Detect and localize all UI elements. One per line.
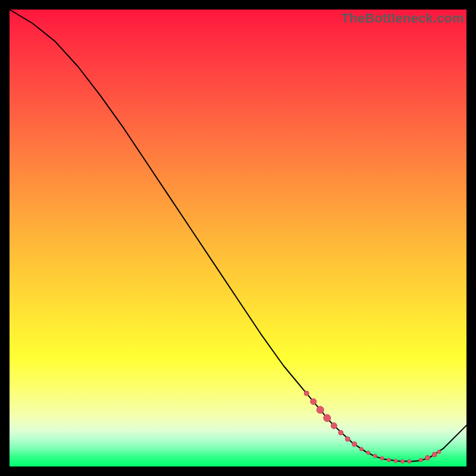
chart-marker: [419, 458, 422, 462]
chart-marker: [425, 455, 430, 460]
chart-marker: [317, 406, 324, 414]
chart-marker: [387, 458, 390, 462]
chart-marker: [311, 399, 317, 405]
chart-markers-group: [304, 391, 441, 464]
chart-marker: [339, 430, 343, 435]
chart-marker: [437, 450, 441, 453]
chart-svg: [10, 10, 466, 466]
chart-marker: [432, 452, 437, 457]
chart-marker: [380, 456, 384, 460]
chart-marker: [367, 451, 370, 455]
chart-marker: [331, 423, 337, 429]
chart-marker: [345, 437, 350, 441]
chart-marker: [304, 391, 309, 396]
chart-marker: [408, 460, 411, 464]
chart-marker: [359, 447, 363, 451]
chart-frame: TheBottleneck.com: [10, 10, 466, 466]
chart-curve: [10, 10, 466, 462]
chart-marker: [373, 454, 377, 458]
chart-marker: [352, 441, 357, 446]
chart-marker: [324, 415, 331, 422]
chart-marker: [401, 460, 405, 464]
chart-marker: [394, 459, 397, 463]
